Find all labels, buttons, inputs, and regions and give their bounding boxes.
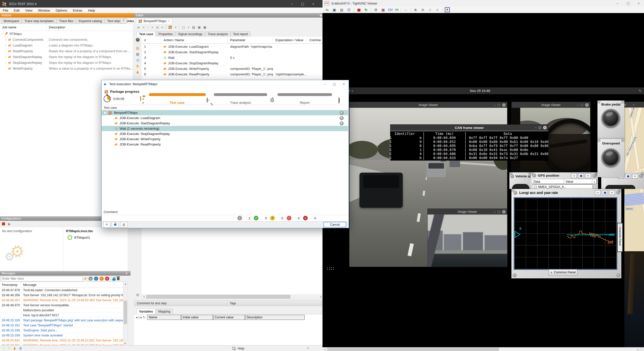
message-row[interactable]: 16:48:48.357 WARNING: Remote time: 2022-…: [0, 298, 123, 303]
connection-options-icon[interactable]: ▤: [339, 8, 344, 12]
gps-pause-icon[interactable]: ▮▮: [578, 173, 584, 178]
menu-item[interactable]: Help: [85, 9, 98, 12]
play-dropdown-icon[interactable]: ∨: [143, 26, 145, 29]
can-restore-icon[interactable]: ▢: [539, 126, 541, 129]
gps-minimize-icon[interactable]: ▭: [571, 173, 577, 178]
message-row[interactable]: Host: tsp:tt-ddvs547:5017: [0, 313, 123, 318]
status-device-icon[interactable]: ▮: [14, 346, 16, 350]
transfer-files-icon[interactable]: ▱: [403, 8, 408, 12]
remote-tray-icon[interactable]: ✎: [639, 89, 641, 93]
viewer-restore-icon[interactable]: ▢: [498, 210, 500, 213]
info-badge-icon[interactable]: i: [340, 111, 344, 115]
can-minimize-icon[interactable]: –: [535, 126, 536, 129]
refresh-icon[interactable]: ↻: [364, 8, 369, 12]
tags-bar[interactable]: Tags: [227, 300, 328, 306]
variables-tab[interactable]: Mapping: [156, 309, 173, 314]
message-row[interactable]: 16:48:48.870 Tool-Server version incompa…: [0, 303, 123, 308]
test-config-dropdown-icon[interactable]: ∨: [175, 26, 177, 29]
menu-item[interactable]: Options: [53, 9, 70, 12]
dialog-minimize-button[interactable]: –: [320, 80, 330, 88]
save-icon[interactable]: ▣: [198, 25, 201, 29]
expand-chevron-icon[interactable]: ›: [6, 44, 7, 47]
menu-item[interactable]: Window: [35, 9, 53, 12]
viewer-restore-icon[interactable]: ▢: [498, 103, 500, 107]
job-row[interactable]: ›ConnectComponents Connects two componen…: [0, 37, 133, 42]
close-button[interactable]: ×: [308, 0, 318, 8]
minimize-button[interactable]: –: [287, 0, 297, 8]
expand-chevron-icon[interactable]: ›: [6, 56, 7, 59]
expand-chevron-icon[interactable]: ›: [6, 38, 7, 41]
report-note-button[interactable]: ≝: [103, 222, 110, 228]
debug-dropdown-icon[interactable]: ∨: [161, 26, 163, 29]
column-message[interactable]: Message: [21, 283, 123, 287]
volume-dropdown-icon[interactable]: ∨: [151, 26, 153, 29]
panel-layout-icon[interactable]: ▣: [320, 14, 322, 17]
execution-tree-row[interactable]: – JOB-Execute: ReadProperty i: [102, 142, 348, 147]
help-icon[interactable]: ?: [134, 37, 141, 43]
tab-close-icon[interactable]: ×: [168, 19, 170, 23]
image-viewer-river-titlebar[interactable]: Image Viewer –▢×: [428, 209, 507, 215]
actions-tab[interactable]: Trace step templates: [22, 18, 56, 24]
play-icon[interactable]: ▶: [138, 25, 140, 29]
bug-icon[interactable]: b: [134, 63, 141, 69]
image-viewer-road-titlebar[interactable]: Image Viewer –▢×: [349, 102, 507, 108]
job-row[interactable]: ›WriteProperty Writes a value to a prope…: [0, 66, 133, 71]
execution-tree-row[interactable]: – Wait (2 seconds remaining) i: [102, 126, 348, 131]
gps-column-value[interactable]: Value: [564, 179, 593, 184]
pause-icon[interactable]: ▮▮: [356, 8, 361, 12]
tbc-file-label[interactable]: RTMapsLinux.tbc: [66, 229, 93, 233]
execution-tree-row[interactable]: – BeispielRTMaps i: [102, 110, 348, 115]
message-row[interactable]: 16:49:15.339 System time mode activated: [0, 333, 123, 338]
save-all-icon[interactable]: ▣: [203, 25, 206, 29]
checklist-icon[interactable]: ▤: [134, 45, 141, 51]
gauge-list-icon[interactable]: ≡: [632, 174, 638, 179]
longi-pause-icon[interactable]: ▮▮: [602, 190, 608, 195]
editor-subtab[interactable]: Trace analysis: [205, 31, 230, 37]
var-column-current[interactable]: Current value: [213, 315, 245, 320]
test-step-row[interactable]: 5 JOB-Execute: WriteProperty componentID…: [142, 66, 323, 71]
longi-chart[interactable]: B -.400 -.600: [514, 197, 617, 270]
job-row[interactable]: ›ReadProperty Reads the value of a prope…: [0, 48, 133, 54]
gauge-pause-icon[interactable]: ▮▮: [625, 174, 631, 179]
new-connection-icon[interactable]: ⇆: [325, 8, 330, 12]
test-step-row[interactable]: 1 JOB-Execute: LoadDiagram diagramPath: …: [142, 44, 323, 49]
filter-apply-icon[interactable]: ✔: [84, 277, 87, 281]
scroll-left-icon[interactable]: ◂: [142, 295, 146, 298]
var-refresh-icon[interactable]: ↻: [143, 316, 145, 319]
connection-info-icon[interactable]: 🛈: [346, 8, 351, 12]
editor-subtab[interactable]: Test report: [231, 31, 251, 37]
viewer-minimize-icon[interactable]: –: [577, 104, 578, 107]
new-file-dropdown-icon[interactable]: ∨: [187, 26, 189, 29]
job-row[interactable]: ›LoadDiagram Loads a diagram into RTMaps…: [0, 42, 133, 48]
filter-warning-icon[interactable]: !: [100, 277, 104, 281]
filter-debug-icon[interactable]: ●: [89, 277, 93, 281]
actions-tab[interactable]: Workspace: [1, 18, 22, 24]
send-keys-icon[interactable]: ⚙: [373, 8, 378, 12]
actions-tab[interactable]: Trace files: [57, 18, 76, 24]
jobs-root-row[interactable]: › RTMaps: [0, 31, 133, 37]
vnc-scroll-right-icon[interactable]: ▸: [636, 348, 640, 351]
scroll-right-icon[interactable]: ▸: [319, 295, 323, 298]
filter-info-icon[interactable]: i: [94, 277, 98, 281]
test-step-row[interactable]: 3 Wait 5 s: [142, 55, 323, 60]
gps-column-data[interactable]: Data: [532, 179, 565, 184]
message-row[interactable]: 16:49:20.842 WARNING: Remote time: 2022-…: [0, 338, 123, 343]
ctrl-key-button[interactable]: Ctrl: [388, 8, 393, 12]
remote-clock[interactable]: Nov 29 15:49: [470, 89, 490, 93]
execution-tree-row[interactable]: – JOB-Execute: StartDiagramReplay i: [102, 121, 348, 126]
execution-tree-row[interactable]: – JOB-Execute: StopDiagramReplay i: [102, 131, 348, 136]
column-action-name[interactable]: Action / Name: [161, 37, 228, 43]
tree-expander-icon[interactable]: –: [104, 111, 106, 114]
common-panel-button[interactable]: ∨ Common Panel: [549, 269, 577, 275]
file-button[interactable]: ▥: [120, 222, 127, 228]
scrollbar-thumb[interactable]: [146, 295, 290, 298]
column-expectation[interactable]: Expectation / Value: [273, 37, 307, 43]
gps-list-icon[interactable]: ≡: [585, 173, 591, 178]
user-step-icon[interactable]: ♟: [134, 69, 141, 75]
menu-item[interactable]: Extras: [70, 9, 85, 12]
var-column-name[interactable]: Name: [147, 315, 181, 320]
remote-desktop-icon[interactable]: ▦: [381, 8, 386, 12]
message-row[interactable]: 16:48:47.679 ToolLibLoader: Connection e…: [0, 288, 123, 293]
column-comment[interactable]: Comme: [307, 37, 323, 43]
variables-tab[interactable]: Variables: [137, 309, 155, 314]
